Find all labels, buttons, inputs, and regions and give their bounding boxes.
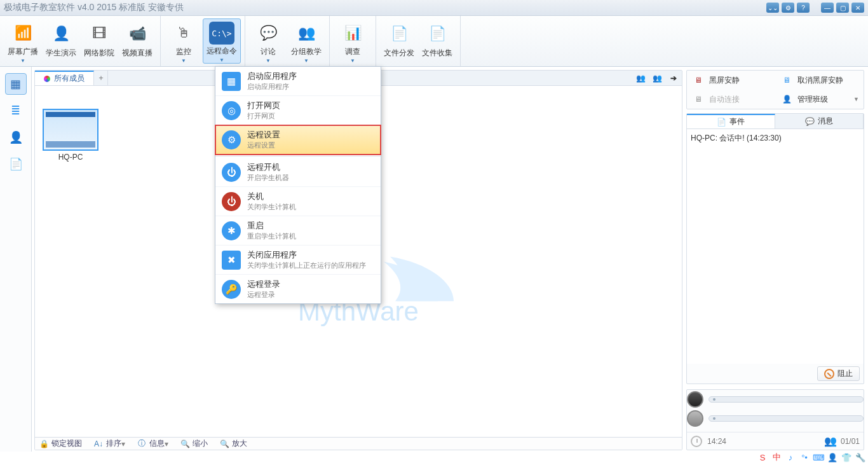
toolbar-label: 网络影院 bbox=[84, 48, 114, 59]
toolbar-文件收集[interactable]: 📄文件收集 bbox=[418, 18, 456, 64]
rp-icon: 🖥 bbox=[780, 74, 794, 86]
status-缩小[interactable]: 🔍缩小 bbox=[180, 438, 208, 449]
rp-取消黑屏安静[interactable]: 🖥取消黑屏安静 bbox=[775, 71, 864, 90]
menu-远程设置[interactable]: ⚙远程设置远程设置 bbox=[215, 125, 381, 155]
toolbar-讨论[interactable]: 💬讨论▼ bbox=[249, 18, 287, 64]
tray-icon-0[interactable]: S bbox=[757, 452, 768, 462]
chevron-down-icon: ▼ bbox=[219, 57, 224, 63]
tb-min-icon[interactable]: — bbox=[821, 3, 834, 13]
stop-button[interactable]: 阻止 bbox=[817, 366, 860, 381]
toolbar-调查[interactable]: 📊调查▼ bbox=[334, 18, 372, 64]
toolbar-label: 文件分发 bbox=[384, 48, 414, 59]
tab-all-members[interactable]: 所有成员 bbox=[35, 71, 94, 85]
app-title: 极域电子教室软件 v4.0 2015 标准版 安徽专供 bbox=[4, 2, 764, 13]
leftnav-item-0[interactable]: ▦ bbox=[5, 73, 27, 95]
toolbar-网络影院[interactable]: 🎞网络影院 bbox=[80, 18, 118, 64]
right-panel: 🖥黑屏安静🖥取消黑屏安静 🖥自动连接👤管理班级▼ 📄事件💬消息 HQ-PC: 会… bbox=[686, 70, 864, 450]
menu-icon: ◎ bbox=[222, 101, 241, 120]
menu-sub: 重启学生计算机 bbox=[247, 232, 296, 241]
menu-远程登录[interactable]: 🔑远程登录远程登录 bbox=[215, 275, 381, 303]
rp-icon: 🖥 bbox=[691, 93, 705, 105]
tb-help-icon[interactable]: ? bbox=[797, 3, 810, 13]
rp-管理班级[interactable]: 👤管理班级▼ bbox=[775, 90, 864, 109]
speaker-slider[interactable] bbox=[687, 390, 864, 409]
mic-slider[interactable] bbox=[687, 409, 864, 428]
tb-settings-icon[interactable]: ⚙ bbox=[782, 3, 794, 13]
user-add-icon[interactable]: 👥 bbox=[632, 71, 649, 85]
tab-label: 消息 bbox=[818, 116, 833, 127]
menu-icon: ⚙ bbox=[222, 130, 241, 149]
toolbar-label: 屏幕广播 bbox=[8, 46, 38, 57]
status-锁定视图[interactable]: 🔒锁定视图 bbox=[39, 438, 82, 449]
rp-log-box: 📄事件💬消息 HQ-PC: 会话中! (14:23:30) 阻止 bbox=[686, 113, 864, 384]
toolbar-文件分发[interactable]: 📄文件分发 bbox=[380, 18, 418, 64]
menu-sub: 打开网页 bbox=[247, 111, 280, 121]
menu-icon: 🔑 bbox=[222, 280, 241, 299]
status-排序[interactable]: A↓排序 ▾ bbox=[93, 438, 125, 449]
leftnav-item-1[interactable]: ≣ bbox=[5, 100, 27, 121]
toolbar-学生演示[interactable]: 👤学生演示 bbox=[42, 18, 80, 64]
menu-title: 关机 bbox=[247, 191, 296, 202]
toolbar-分组教学[interactable]: 👥分组教学▼ bbox=[287, 18, 325, 64]
status-信息[interactable]: ⓘ信息 ▾ bbox=[137, 438, 168, 449]
student-tile[interactable]: HQ-PC bbox=[40, 109, 101, 162]
rp-audio: 14:24 👥 01/01 bbox=[686, 389, 864, 450]
add-tab-button[interactable]: ＋ bbox=[94, 71, 108, 85]
leftnav-item-2[interactable]: 👤 bbox=[5, 127, 27, 148]
toolbar-监控[interactable]: 🖱监控▼ bbox=[165, 18, 203, 64]
forward-icon[interactable]: ➔ bbox=[665, 71, 682, 85]
menu-关闭应用程序[interactable]: ✖关闭应用程序关闭学生计算机上正在运行的应用程序 bbox=[215, 245, 381, 275]
chevron-down-icon: ▼ bbox=[304, 58, 309, 64]
rp-自动连接: 🖥自动连接 bbox=[687, 90, 775, 109]
leftnav-item-3[interactable]: 📄 bbox=[5, 153, 27, 175]
tb-close-icon[interactable]: ✕ bbox=[851, 3, 864, 13]
toolbar-icon: 📄 bbox=[424, 21, 450, 46]
rp-tab-事件[interactable]: 📄事件 bbox=[687, 114, 775, 128]
toolbar-icon: C:\> bbox=[209, 22, 234, 45]
tray-icon-7[interactable]: 🔧 bbox=[855, 452, 865, 462]
toolbar-label: 分组教学 bbox=[291, 46, 322, 57]
menu-打开网页[interactable]: ◎打开网页打开网页 bbox=[215, 96, 381, 125]
tb-expand-icon[interactable]: ⌄⌄ bbox=[766, 3, 779, 13]
user-remove-icon[interactable]: 👥 bbox=[649, 71, 665, 85]
chevron-down-icon: ▼ bbox=[181, 58, 186, 64]
tray-icon-2[interactable]: ♪ bbox=[785, 452, 796, 462]
tb-max-icon[interactable]: ▢ bbox=[836, 3, 849, 13]
titlebar: 极域电子教室软件 v4.0 2015 标准版 安徽专供 ⌄⌄ ⚙ ? — ▢ ✕ bbox=[0, 0, 868, 16]
menu-启动应用程序[interactable]: ▦启动应用程序启动应用程序 bbox=[215, 67, 381, 96]
status-label: 放大 bbox=[232, 438, 247, 449]
toolbar-远程命令[interactable]: C:\>远程命令▼ bbox=[203, 18, 241, 64]
chevron-down-icon: ▼ bbox=[853, 96, 859, 102]
rp-tabs: 📄事件💬消息 bbox=[687, 114, 864, 129]
menu-远程开机[interactable]: ⏻远程开机开启学生机器 bbox=[215, 158, 381, 187]
remote-command-menu: ▦启动应用程序启动应用程序◎打开网页打开网页⚙远程设置远程设置⏻远程开机开启学生… bbox=[215, 66, 381, 304]
rp-icon: 🖥 bbox=[691, 74, 705, 86]
toolbar-视频直播[interactable]: 📹视频直播 bbox=[118, 18, 156, 64]
rp-黑屏安静[interactable]: 🖥黑屏安静 bbox=[687, 71, 775, 90]
left-nav: ▦≣👤📄 bbox=[0, 67, 32, 452]
tray-icon-3[interactable]: °• bbox=[799, 452, 810, 462]
tray-icon-4[interactable]: ⌨ bbox=[813, 452, 824, 462]
menu-关机[interactable]: ⏻关机关闭学生计算机 bbox=[215, 187, 381, 216]
toolbar-label: 学生演示 bbox=[46, 48, 76, 59]
toolbar-icon: 👥 bbox=[294, 21, 319, 45]
tray-icon-6[interactable]: 👕 bbox=[841, 452, 851, 462]
rp-stop-row: 阻止 bbox=[687, 364, 864, 384]
rp-label: 管理班级 bbox=[797, 94, 828, 105]
rp-actions: 🖥黑屏安静🖥取消黑屏安静 🖥自动连接👤管理班级▼ bbox=[686, 70, 864, 109]
menu-sub: 关闭学生计算机 bbox=[247, 202, 296, 212]
chevron-down-icon: ▾ bbox=[121, 439, 125, 448]
rp-tab-消息[interactable]: 💬消息 bbox=[775, 114, 864, 128]
menu-icon: ⏻ bbox=[222, 163, 241, 182]
status-放大[interactable]: 🔍放大 bbox=[219, 438, 247, 449]
menu-title: 关闭应用程序 bbox=[247, 249, 366, 261]
menu-重启[interactable]: ✱重启重启学生计算机 bbox=[215, 216, 381, 245]
status-label: 缩小 bbox=[193, 438, 208, 449]
tray-icon-5[interactable]: 👤 bbox=[827, 452, 837, 462]
menu-sub: 启动应用程序 bbox=[247, 82, 297, 92]
menu-title: 打开网页 bbox=[247, 100, 280, 111]
tray-icon-1[interactable]: 中 bbox=[771, 452, 782, 462]
time-label: 14:24 bbox=[707, 437, 726, 446]
toolbar-屏幕广播[interactable]: 📶屏幕广播▼ bbox=[4, 18, 42, 64]
menu-sub: 远程登录 bbox=[247, 290, 280, 300]
